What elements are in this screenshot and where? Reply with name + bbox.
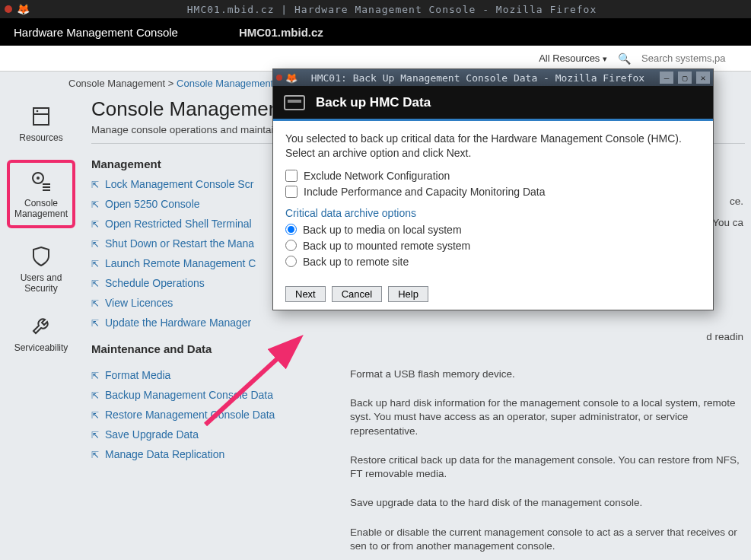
os-window-title: HMC01.mbid.cz | Hardware Management Cons… [37,4,746,15]
toolbar: All Resources ▾ 🔍 [0,46,751,72]
external-link-icon: ⇱ [91,410,99,421]
external-link-icon: ⇱ [91,259,99,269]
gear-list-icon [29,169,53,193]
external-link-icon: ⇱ [91,450,99,460]
radio-label: Back up to remote site [303,256,409,268]
all-resources-dropdown[interactable]: All Resources ▾ [539,52,607,64]
sidebar-label: Resources [19,132,62,143]
external-link-icon: ⇱ [91,239,99,250]
minimize-button[interactable]: – [660,72,673,84]
disk-icon [284,95,305,110]
maximize-button[interactable]: ▢ [678,72,692,84]
backup-dialog-window: 🦊 HMC01: Back Up Management Console Data… [272,68,714,310]
sidebar-item-resources[interactable]: Resources [7,99,75,149]
external-link-icon: ⇱ [91,371,99,381]
close-button[interactable]: ✕ [696,72,710,84]
svg-point-2 [37,110,39,113]
window-close-dot[interactable] [276,75,282,81]
checkbox-include-performance[interactable] [285,186,298,198]
svg-point-4 [37,177,40,180]
mgmt-link[interactable]: Open 5250 Console [105,198,200,210]
mgmt-link[interactable]: View Licences [105,297,173,309]
dialog-body: You selected to back up critical data fo… [273,121,713,310]
sidebar-label: Console Management [14,198,68,219]
server-icon [30,105,53,128]
next-button[interactable]: Next [285,286,326,302]
radio-backup-remote-mount[interactable] [285,240,297,251]
app-brand: Hardware Management Console [14,26,178,39]
mgmt-link[interactable]: Open Restricted Shell Terminal [105,218,252,230]
mgmt-link[interactable]: Launch Remote Management C [105,257,256,269]
maint-description: Restore critical back up data for the ma… [350,453,745,481]
external-link-icon: ⇱ [91,219,99,230]
breadcrumb-current[interactable]: Console Management [177,78,273,89]
sidebar: Resources Console Management Users and S… [5,99,78,359]
sidebar-label: Serviceability [14,342,68,353]
dialog-title: Back up HMC Data [316,95,431,110]
radio-label: Back up to media on local system [303,224,462,236]
maint-description: Enable or disable the current management… [350,526,745,553]
external-link-icon: ⇱ [91,180,99,190]
shield-icon [30,245,52,268]
sidebar-item-users-security[interactable]: Users and Security [7,239,75,300]
wrench-icon [30,317,52,338]
checkbox-exclude-network[interactable] [285,170,298,182]
dialog-titlebar[interactable]: 🦊 HMC01: Back Up Management Console Data… [273,69,713,86]
text-fragment: ce. [730,196,743,207]
mgmt-link[interactable]: Schedule Operations [105,277,205,289]
maint-description: Back up hard disk information for the ma… [350,396,745,438]
app-host: HMC01.mbid.cz [239,26,323,39]
external-link-icon: ⇱ [91,318,99,329]
external-link-icon: ⇱ [91,278,99,289]
dialog-intro: You selected to back up critical data fo… [285,132,701,161]
radio-group-label: Critical data archive options [285,207,701,219]
cancel-button[interactable]: Cancel [332,286,382,302]
maint-description: Save upgrade data to the hard disk of th… [350,496,745,510]
maint-link[interactable]: Backup Management Console Data [105,389,273,401]
radio-label: Back up to mounted remote system [303,240,470,252]
maint-link[interactable]: Restore Management Console Data [105,409,275,421]
checkbox-label: Include Performance and Capacity Monitor… [304,186,546,198]
mgmt-link[interactable]: Shut Down or Restart the Mana [105,237,254,250]
sidebar-label: Users and Security [21,272,62,294]
help-button[interactable]: Help [388,286,428,302]
maint-link[interactable]: Manage Data Replication [105,448,224,460]
dialog-header: Back up HMC Data [273,86,713,121]
maint-description: Format a USB flash memory device. [350,368,745,381]
external-link-icon: ⇱ [91,430,99,441]
search-icon: 🔍 [618,52,631,65]
mgmt-link[interactable]: Update the Hardware Manager [105,317,251,329]
svg-rect-0 [33,108,49,125]
os-titlebar: 🦊 HMC01.mbid.cz | Hardware Management Co… [0,0,751,18]
sidebar-item-serviceability[interactable]: Serviceability [7,310,75,359]
mgmt-link[interactable]: Lock Management Console Scr [105,178,253,190]
external-link-icon: ⇱ [91,390,99,401]
maint-link[interactable]: Format Media [105,369,170,381]
dialog-window-title: HMC01: Back Up Management Console Data -… [301,72,655,84]
search-input[interactable] [641,52,740,64]
external-link-icon: ⇱ [91,298,99,309]
all-resources-label: All Resources [539,52,600,64]
app-header: Hardware Management Console HMC01.mbid.c… [0,18,751,46]
breadcrumb-root: Console Management > [68,78,173,89]
radio-backup-local[interactable] [285,224,297,235]
firefox-icon: 🦊 [285,72,298,84]
firefox-icon: 🦊 [17,3,30,15]
checkbox-label: Exclude Network Configuration [304,170,450,182]
text-fragment: d readin [706,331,743,342]
external-link-icon: ⇱ [91,199,99,210]
chevron-down-icon: ▾ [603,54,607,63]
section-maintenance: Maintenance and Data [91,342,745,355]
maint-link[interactable]: Save Upgrade Data [105,428,199,441]
radio-backup-remote-site[interactable] [285,256,297,267]
sidebar-item-console-management[interactable]: Console Management [7,160,75,228]
window-close-dot[interactable] [5,5,12,13]
